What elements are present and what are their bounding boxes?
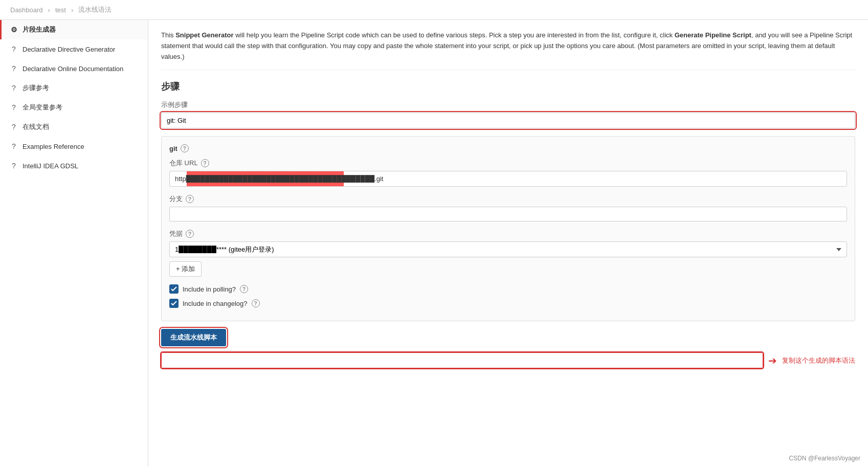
sidebar-item-label-7: IntelliJ IDEA GDSL — [23, 162, 78, 170]
watermark: CSDN @FearlessVoyager — [789, 455, 860, 462]
sidebar-item-step-reference[interactable]: ? 步骤参考 — [0, 78, 148, 98]
include-polling-row: Include in polling? ? — [169, 284, 847, 294]
sidebar-item-snippet-generator[interactable]: ⚙ 片段生成器 — [0, 20, 148, 39]
sidebar-item-label-2: Declarative Online Documentation — [23, 65, 123, 73]
credential-select-wrapper: 1████████**** (gitee用户登录) — [169, 241, 847, 257]
branch-label: 分支 ? — [169, 194, 847, 204]
steps-section-title: 步骤 — [161, 80, 855, 93]
credential-label: 凭据 ? — [169, 229, 847, 238]
include-polling-checkbox[interactable] — [169, 284, 179, 294]
include-changelog-label: Include in changelog? — [183, 300, 248, 307]
sample-step-select-wrapper: git: Git checkout: Check out from versio… — [161, 113, 855, 128]
sidebar-item-label-4: 全局变量参考 — [23, 103, 62, 112]
sidebar-item-declarative-directive[interactable]: ? Declarative Directive Generator — [0, 39, 148, 59]
include-polling-help-icon[interactable]: ? — [240, 285, 248, 293]
repo-url-help-icon[interactable]: ? — [201, 159, 209, 167]
sidebar-item-examples-reference[interactable]: ? Examples Reference — [0, 137, 148, 156]
sidebar-item-intellij-gdsl[interactable]: ? IntelliJ IDEA GDSL — [0, 156, 148, 175]
question-icon-5: ? — [9, 122, 18, 131]
question-icon-4: ? — [9, 103, 18, 112]
question-icon-7: ? — [9, 161, 18, 170]
repo-url-input[interactable] — [169, 171, 847, 187]
sample-step-group: 示例步骤 git: Git checkout: Check out from v… — [161, 100, 855, 128]
sidebar-item-label-6: Examples Reference — [23, 143, 84, 150]
question-icon-2: ? — [9, 64, 18, 73]
main-content: This Snippet Generator will help you lea… — [148, 20, 868, 467]
sample-step-label: 示例步骤 — [161, 100, 855, 109]
step-title: git ? — [169, 144, 847, 152]
breadcrumb-test[interactable]: test — [55, 6, 66, 14]
sidebar-item-label-1: Declarative Directive Generator — [23, 46, 115, 53]
include-changelog-row: Include in changelog? ? — [169, 299, 847, 308]
step-form-container: git ? 仓库 URL ? 分支 ? master — [161, 136, 855, 321]
breadcrumb-sep2: › — [71, 6, 73, 14]
sidebar-item-label-3: 步骤参考 — [23, 83, 49, 93]
breadcrumb-pipeline: 流水线语法 — [78, 5, 112, 14]
repo-url-input-wrapper — [169, 171, 847, 187]
main-description: This Snippet Generator will help you lea… — [161, 30, 855, 70]
question-icon-3: ? — [9, 83, 18, 93]
include-polling-label: Include in polling? — [183, 285, 236, 293]
branch-input[interactable]: master — [169, 207, 847, 221]
repo-url-label: 仓库 URL ? — [169, 159, 847, 168]
arrow-right-icon: ➔ — [768, 354, 777, 367]
sidebar: ⚙ 片段生成器 ? Declarative Directive Generato… — [0, 20, 148, 467]
sidebar-item-label-5: 在线文档 — [23, 122, 49, 131]
question-icon-1: ? — [9, 45, 18, 54]
generate-button-wrapper: 生成流水线脚本 — [161, 329, 855, 346]
breadcrumb-dashboard[interactable]: Dashboard — [10, 6, 43, 14]
generate-pipeline-script-button[interactable]: 生成流水线脚本 — [161, 329, 226, 346]
result-input[interactable]: git credentialsId: '0', url: 'https://gi… — [161, 352, 763, 368]
sample-step-select[interactable]: git: Git checkout: Check out from versio… — [161, 113, 855, 128]
question-icon-6: ? — [9, 142, 18, 151]
breadcrumb: Dashboard › test › 流水线语法 — [0, 0, 868, 20]
credential-help-icon[interactable]: ? — [186, 230, 194, 238]
add-credential-button[interactable]: + 添加 — [169, 261, 202, 277]
copy-hint-label: 复制这个生成的脚本语法 — [782, 356, 855, 365]
sidebar-item-declarative-online-doc[interactable]: ? Declarative Online Documentation — [0, 59, 148, 78]
sidebar-item-global-variable[interactable]: ? 全局变量参考 — [0, 98, 148, 117]
step-help-icon[interactable]: ? — [181, 144, 189, 152]
include-changelog-help-icon[interactable]: ? — [252, 299, 260, 307]
result-box: git credentialsId: '0', url: 'https://gi… — [161, 352, 855, 368]
sidebar-item-label: 片段生成器 — [23, 25, 56, 34]
gear-icon: ⚙ — [9, 25, 18, 34]
credential-select[interactable]: 1████████**** (gitee用户登录) — [169, 241, 847, 257]
branch-group: 分支 ? master — [169, 194, 847, 221]
branch-help-icon[interactable]: ? — [186, 195, 194, 203]
sidebar-item-online-docs[interactable]: ? 在线文档 — [0, 117, 148, 137]
breadcrumb-sep1: › — [48, 6, 50, 14]
repo-url-group: 仓库 URL ? — [169, 159, 847, 187]
credential-group: 凭据 ? 1████████**** (gitee用户登录) + 添加 — [169, 229, 847, 277]
include-changelog-checkbox[interactable] — [169, 299, 179, 308]
